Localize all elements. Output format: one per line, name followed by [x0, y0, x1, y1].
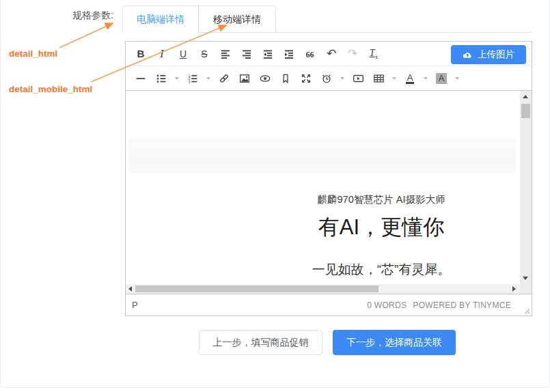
media-button[interactable]	[348, 70, 368, 87]
prev-step-button[interactable]: 上一步，填写商品促销	[199, 330, 322, 355]
horizontal-rule-icon	[136, 74, 146, 83]
chevron-down-icon	[340, 77, 344, 80]
align-right-button[interactable]	[237, 45, 256, 63]
eye-icon	[260, 74, 271, 83]
indent-icon	[284, 49, 294, 59]
content-line-2: 有AI，更懂你	[176, 213, 532, 242]
tab-mobile-detail[interactable]: 移动端详情	[198, 5, 276, 32]
bullet-list-button[interactable]	[152, 70, 171, 87]
clock-icon	[322, 74, 331, 83]
spec-params-label: 规格参数:	[1, 10, 113, 22]
product-edit-panel: 规格参数: detail_html detail_mobile_html 电脑端…	[0, 0, 550, 388]
editor-content-area[interactable]: 麒麟970智慧芯片 AI摄影大师 有AI，更懂你 一见如故，“芯”有灵犀。	[126, 91, 532, 284]
scroll-left-icon[interactable]	[128, 286, 132, 292]
link-icon	[219, 74, 229, 83]
forecolor-button[interactable]: A	[400, 70, 420, 87]
redo-button[interactable]: ↷	[343, 45, 362, 63]
bullet-list-caret[interactable]	[172, 70, 182, 87]
annotation-detail-mobile-html: detail_mobile_html	[9, 84, 92, 94]
word-count: 0 WORDS	[367, 300, 407, 310]
tab-pc-detail[interactable]: 电脑端详情	[122, 5, 199, 33]
editor-status-bar: P 0 WORDS POWERED BY TINYMCE	[126, 294, 532, 316]
fullscreen-button[interactable]	[297, 70, 316, 87]
outdent-button[interactable]	[258, 45, 277, 63]
table-caret[interactable]	[389, 70, 399, 87]
backcolor-icon: A	[436, 73, 448, 84]
insert-image-button[interactable]	[235, 70, 254, 87]
outdent-icon	[263, 49, 273, 59]
annotation-detail-html: detail_html	[9, 48, 57, 59]
strikethrough-button[interactable]: S	[195, 45, 214, 63]
horizontal-scrollbar-thumb[interactable]	[135, 285, 379, 292]
svg-text:66: 66	[305, 49, 314, 59]
italic-icon: I	[160, 48, 163, 60]
chevron-down-icon	[206, 77, 210, 80]
horizontal-rule-button[interactable]	[131, 70, 150, 87]
forecolor-icon: A	[406, 73, 415, 84]
scroll-right-icon[interactable]	[512, 286, 516, 292]
redo-icon: ↷	[348, 48, 357, 59]
align-right-icon	[242, 49, 251, 59]
scrollbar-corner	[520, 284, 532, 294]
horizontal-scrollbar[interactable]	[126, 284, 532, 294]
status-right: 0 WORDS POWERED BY TINYMCE	[367, 294, 511, 316]
horizontal-scrollbar-track[interactable]	[126, 284, 520, 294]
link-button[interactable]	[215, 70, 234, 87]
undo-icon: ↶	[327, 48, 336, 59]
numbered-list-icon: 1 2 3	[188, 74, 197, 83]
cloud-upload-icon	[463, 51, 473, 59]
next-step-button[interactable]: 下一步，选择商品关联	[333, 330, 456, 355]
numbered-list-button[interactable]: 1 2 3	[183, 70, 202, 87]
vertical-scrollbar[interactable]	[520, 91, 532, 284]
element-path[interactable]: P	[132, 300, 138, 310]
arrow-to-pc-tab	[59, 23, 113, 48]
upload-image-button[interactable]: 上传图片	[451, 45, 526, 64]
strikethrough-icon: S	[201, 48, 207, 59]
backcolor-caret[interactable]	[452, 70, 462, 87]
fullscreen-icon	[301, 74, 311, 83]
numbered-list-caret[interactable]	[204, 70, 213, 87]
bookmark-icon	[281, 74, 290, 83]
content-line-3: 一见如故，“芯”有灵犀。	[176, 261, 532, 279]
chevron-down-icon	[455, 77, 459, 80]
bold-icon: B	[137, 48, 145, 59]
chevron-down-icon	[424, 77, 428, 80]
bold-button[interactable]: B	[131, 45, 150, 63]
svg-text:3: 3	[189, 79, 191, 83]
content-line-1: 麒麟970智慧芯片 AI摄影大师	[176, 193, 532, 206]
align-left-button[interactable]	[216, 45, 235, 63]
remove-format-icon: Tx	[370, 48, 378, 60]
blockquote-button[interactable]: 66	[301, 45, 320, 63]
underline-button[interactable]: U	[174, 45, 193, 63]
undo-button[interactable]: ↶	[322, 45, 341, 63]
align-left-icon	[221, 49, 230, 59]
tinymce-branding: POWERED BY TINYMCE	[413, 300, 511, 310]
content-image-band	[128, 139, 516, 173]
bullet-list-icon	[156, 74, 166, 83]
detail-tabs: 电脑端详情 移动端详情	[122, 5, 532, 33]
indent-button[interactable]	[279, 45, 299, 63]
forecolor-caret[interactable]	[421, 70, 430, 87]
rich-text-editor: 上传图片 B I U S	[125, 41, 532, 316]
preview-button[interactable]	[256, 70, 275, 87]
resize-grip-icon[interactable]	[523, 307, 530, 313]
table-icon	[374, 74, 384, 83]
image-icon	[240, 74, 249, 83]
italic-button[interactable]: I	[152, 45, 171, 63]
insert-datetime-button[interactable]	[317, 70, 336, 87]
remove-format-button[interactable]: Tx	[364, 45, 383, 63]
insert-datetime-caret[interactable]	[338, 70, 347, 87]
media-icon	[353, 74, 363, 83]
table-button[interactable]	[369, 70, 388, 87]
underline-icon: U	[180, 48, 187, 59]
vertical-scrollbar-thumb[interactable]	[521, 104, 530, 118]
upload-image-label: 上传图片	[478, 48, 514, 61]
anchor-button[interactable]	[276, 70, 295, 87]
scroll-up-icon[interactable]	[523, 95, 528, 98]
toolbar-row-2: 1 2 3	[126, 66, 532, 91]
blockquote-icon: 66	[305, 49, 316, 59]
backcolor-button[interactable]: A	[432, 70, 451, 87]
chevron-down-icon	[175, 77, 179, 80]
scroll-down-icon[interactable]	[523, 277, 528, 280]
chevron-down-icon	[392, 77, 396, 80]
